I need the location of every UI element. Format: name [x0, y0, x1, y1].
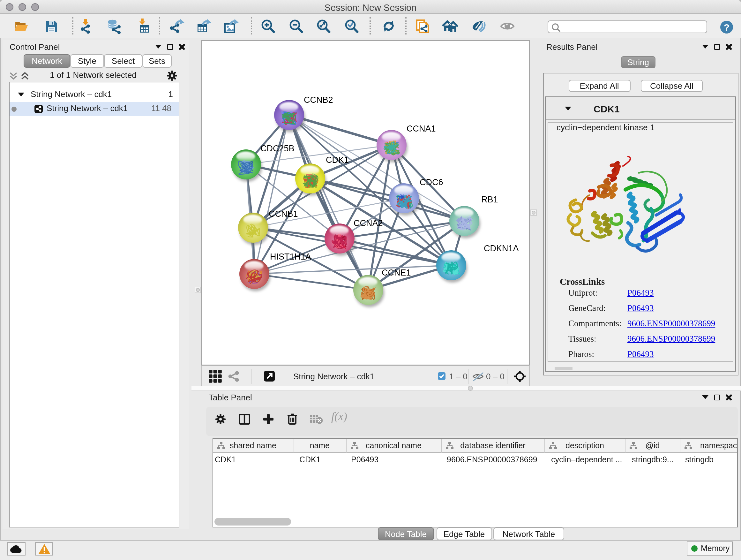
svg-text:CCNA1: CCNA1: [406, 124, 435, 133]
svg-text:CDC6: CDC6: [419, 177, 443, 187]
svg-text:CCNA2: CCNA2: [353, 218, 383, 228]
svg-text:CDKN1A: CDKN1A: [483, 243, 519, 253]
svg-text:CCNB1: CCNB1: [268, 209, 298, 219]
svg-text:HIST1H1A: HIST1H1A: [270, 252, 311, 261]
svg-text:CCNE1: CCNE1: [381, 267, 411, 277]
svg-text:CDK1: CDK1: [326, 155, 348, 165]
svg-text:CDC25B: CDC25B: [260, 143, 294, 153]
svg-text:CCNB2: CCNB2: [304, 95, 333, 105]
svg-text:RB1: RB1: [481, 194, 498, 204]
svg-text:?: ?: [724, 22, 730, 33]
